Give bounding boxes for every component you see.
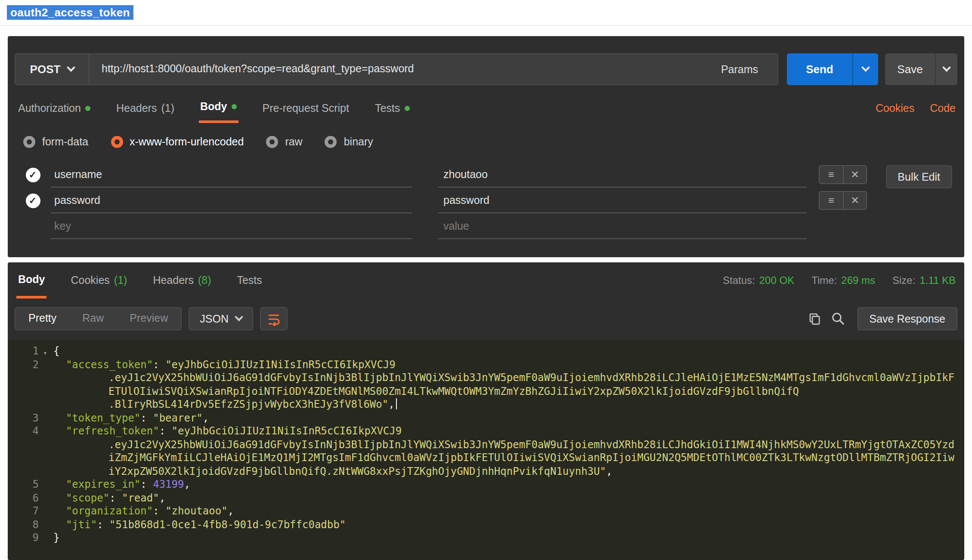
search-icon (831, 311, 845, 326)
radio-icon (325, 136, 337, 148)
method-selector[interactable]: POST (15, 54, 90, 84)
copy-icon (807, 312, 821, 326)
url-row: POST http://host1:8000/oauth/token?scope… (15, 53, 957, 85)
view-preview-button[interactable]: Preview (117, 308, 181, 329)
line-number: 9 (8, 532, 40, 545)
tab-body[interactable]: Body (198, 93, 238, 123)
chevron-down-icon (861, 63, 870, 72)
row-actions: ≡ ✕ (819, 165, 867, 184)
code-line: 7 "organization": "zhoutaoo", (8, 505, 964, 518)
radio-icon (111, 136, 123, 148)
key-field-placeholder[interactable]: key (51, 213, 412, 239)
drag-handle-icon[interactable]: ≡ (820, 192, 843, 209)
radio-label: binary (344, 136, 373, 148)
search-button[interactable] (826, 307, 850, 330)
kv-row-username: ✓ username zhoutaoo ≡ ✕ (15, 162, 870, 188)
code-line: 6 "scope": "read", (8, 492, 964, 505)
tab-tests[interactable]: Tests (373, 93, 411, 123)
request-builder-panel: POST http://host1:8000/oauth/token?scope… (8, 36, 964, 257)
checkbox-checked-icon[interactable]: ✓ (25, 167, 40, 182)
kv-row-empty: key value (15, 213, 870, 239)
tab-count: (1) (114, 274, 127, 286)
tab-count: (1) (161, 102, 174, 114)
line-number: 4 (8, 425, 40, 478)
response-meta: Status: 200 OK Time: 269 ms Size: 1.11 K… (723, 262, 956, 298)
kv-row-password: ✓ password password ≡ ✕ (15, 188, 870, 213)
radio-label: form-data (42, 136, 88, 148)
url-input[interactable]: http://host1:8000/oauth/token?scope=read… (90, 54, 702, 84)
line-number: 2 (8, 358, 40, 412)
params-button[interactable]: Params (702, 54, 777, 84)
send-dropdown-button[interactable] (852, 53, 878, 85)
delete-row-icon[interactable]: ✕ (843, 192, 866, 209)
code-line: 8 "jti": "51b868d1-0ce1-4fb8-901d-9c7bff… (8, 518, 964, 532)
save-button[interactable]: Save (885, 53, 935, 85)
tab-pre-request-script[interactable]: Pre-request Script (261, 93, 351, 123)
value-field[interactable]: password (438, 188, 807, 213)
request-tab-title[interactable]: oauth2_access_token (7, 5, 133, 20)
url-bar: POST http://host1:8000/oauth/token?scope… (15, 53, 778, 85)
code-line: 9} (8, 532, 964, 545)
wrap-text-icon (267, 312, 281, 326)
key-field[interactable]: password (51, 188, 412, 213)
view-raw-button[interactable]: Raw (69, 308, 117, 329)
urlencoded-editor: ✓ username zhoutaoo ≡ ✕ ✓ password passw… (15, 162, 870, 239)
radio-icon (23, 136, 35, 148)
save-response-button[interactable]: Save Response (857, 307, 957, 330)
tab-label: Tests (237, 274, 262, 286)
code-line: 5 "expires_in": 43199, (8, 478, 964, 492)
tab-count: (8) (198, 274, 211, 286)
send-button[interactable]: Send (787, 53, 852, 85)
status-badge: Status: 200 OK (723, 274, 794, 286)
save-dropdown-button[interactable] (935, 53, 957, 85)
body-mode-selector: form-data x-www-form-urlencoded raw bina… (23, 132, 373, 151)
cookies-link[interactable]: Cookies (876, 102, 914, 114)
line-number: 3 (8, 412, 40, 425)
copy-button[interactable] (802, 307, 826, 330)
radio-form-data[interactable]: form-data (23, 136, 88, 148)
line-number: 5 (8, 478, 40, 492)
code-line: 4 "refresh_token": "eyJhbGciOiJIUzI1NiIs… (8, 425, 964, 478)
response-code[interactable]: 1▾{2 "access_token": "eyJhbGciOiJIUzI1Ni… (8, 340, 964, 560)
line-number: 8 (8, 518, 40, 532)
chevron-down-icon (67, 63, 76, 72)
tab-label: Body (18, 273, 45, 285)
checkbox-checked-icon[interactable]: ✓ (25, 193, 40, 208)
value-field-placeholder[interactable]: value (438, 213, 807, 239)
format-label: JSON (200, 313, 229, 325)
tab-headers[interactable]: Headers (1) (115, 93, 176, 123)
collapse-icon[interactable]: ▾ (43, 347, 47, 360)
delete-row-icon[interactable]: ✕ (843, 166, 866, 183)
tab-authorization[interactable]: Authorization (16, 93, 92, 123)
key-field[interactable]: username (51, 162, 412, 188)
wrap-text-button[interactable] (260, 307, 288, 330)
time-badge: Time: 269 ms (811, 274, 875, 286)
bulk-edit-button[interactable]: Bulk Edit (885, 165, 952, 188)
view-pretty-button[interactable]: Pretty (15, 308, 69, 329)
response-tab-body[interactable]: Body (16, 262, 47, 298)
code-link[interactable]: Code (930, 102, 956, 114)
chevron-down-icon (942, 63, 951, 72)
radio-icon (266, 136, 278, 148)
radio-raw[interactable]: raw (266, 136, 302, 148)
tab-label: Authorization (18, 102, 81, 114)
size-badge: Size: 1.11 KB (892, 274, 956, 286)
code-line: 1▾{ (8, 345, 964, 358)
drag-handle-icon[interactable]: ≡ (820, 166, 843, 183)
line-number: 1▾ (8, 345, 40, 358)
format-dropdown[interactable]: JSON (189, 307, 254, 330)
response-tab-tests[interactable]: Tests (235, 262, 263, 298)
radio-x-www-form-urlencoded[interactable]: x-www-form-urlencoded (111, 136, 244, 148)
request-links: Cookies Code (876, 93, 956, 123)
tab-label: Pre-request Script (263, 102, 349, 114)
tab-label: Headers (116, 102, 157, 114)
request-title-bar: oauth2_access_token (0, 0, 972, 26)
request-tabs: Authorization Headers (1) Body Pre-reque… (16, 93, 956, 123)
response-tab-headers[interactable]: Headers (8) (151, 262, 213, 298)
value-field[interactable]: zhoutaoo (438, 162, 807, 188)
code-line: 3 "token_type": "bearer", (8, 412, 964, 425)
response-tab-cookies[interactable]: Cookies (1) (69, 262, 129, 298)
radio-binary[interactable]: binary (325, 136, 373, 148)
tab-label: Headers (153, 274, 194, 286)
postman-window: oauth2_access_token POST http://host1:80… (0, 0, 972, 560)
